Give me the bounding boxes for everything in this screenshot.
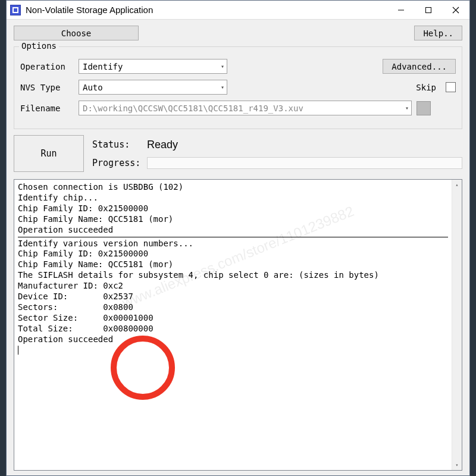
- run-button[interactable]: Run: [14, 135, 84, 172]
- window-title: Non-Volatile Storage Application: [26, 5, 387, 15]
- options-group: Options Operation Identify ▾ Advanced...…: [14, 46, 462, 129]
- help-button[interactable]: Help..: [414, 26, 462, 40]
- options-legend: Options: [19, 41, 59, 51]
- chevron-down-icon: ▾: [405, 105, 409, 111]
- nvstype-row: NVS Type Auto ▾ Skip: [20, 80, 456, 95]
- status-line: Status: Ready: [92, 139, 462, 151]
- scroll-track[interactable]: [452, 190, 462, 460]
- status-label: Status:: [92, 139, 140, 150]
- titlebar: Non-Volatile Storage Application: [7, 1, 469, 20]
- close-button[interactable]: [442, 1, 469, 19]
- progress-bar: [147, 157, 462, 169]
- svg-rect-1: [426, 7, 431, 12]
- nvstype-label: NVS Type: [20, 83, 74, 92]
- status-value: Ready: [147, 139, 178, 151]
- nvstype-combo[interactable]: Auto ▾: [79, 80, 227, 95]
- filename-row: Filename D:\working\QCCSW\QCC5181\QCC518…: [20, 101, 456, 115]
- chevron-down-icon: ▾: [221, 63, 224, 70]
- scroll-down-icon[interactable]: ▾: [452, 460, 462, 470]
- choose-button[interactable]: Choose: [14, 26, 139, 40]
- log-block-2: Identify various version numbers... Chip…: [18, 239, 379, 344]
- browse-button[interactable]: [416, 101, 431, 115]
- log-block-1: Chosen connection is USBDBG (102) Identi…: [18, 182, 183, 234]
- status-block: Status: Ready Progress:: [92, 135, 462, 172]
- minimize-button[interactable]: [387, 1, 415, 19]
- skip-checkbox[interactable]: [446, 82, 456, 92]
- log-panel: Chosen connection is USBDBG (102) Identi…: [14, 179, 462, 471]
- client-area: Choose Help.. Options Operation Identify…: [7, 20, 469, 475]
- app-window: Non-Volatile Storage Application Choose …: [6, 0, 470, 476]
- scroll-up-icon[interactable]: ▴: [452, 180, 462, 190]
- run-row: Run Status: Ready Progress:: [14, 135, 462, 172]
- top-button-row: Choose Help..: [14, 26, 462, 40]
- maximize-button[interactable]: [415, 1, 442, 19]
- text-cursor: [18, 346, 18, 355]
- minimize-icon: [397, 7, 405, 14]
- maximize-icon: [425, 7, 432, 14]
- log-text[interactable]: Chosen connection is USBDBG (102) Identi…: [14, 180, 452, 470]
- operation-label: Operation: [20, 62, 74, 71]
- window-controls: [387, 1, 469, 19]
- operation-value: Identify: [83, 62, 123, 71]
- chevron-down-icon: ▾: [221, 84, 224, 90]
- close-icon: [452, 7, 459, 14]
- nvstype-value: Auto: [83, 83, 103, 92]
- skip-label: Skip: [416, 83, 436, 92]
- filename-value: D:\working\QCCSW\QCC5181\QCC5181_r419_V3…: [83, 104, 303, 113]
- progress-line: Progress:: [92, 157, 462, 169]
- operation-combo[interactable]: Identify ▾: [79, 59, 227, 74]
- scrollbar[interactable]: ▴ ▾: [452, 180, 462, 470]
- advanced-button[interactable]: Advanced...: [383, 59, 456, 74]
- skip-group: Skip: [416, 82, 456, 92]
- filename-label: Filename: [20, 104, 74, 113]
- progress-label: Progress:: [92, 158, 140, 168]
- operation-row: Operation Identify ▾ Advanced...: [20, 59, 456, 74]
- log-divider: [18, 237, 448, 237]
- app-icon: [10, 5, 21, 15]
- filename-combo[interactable]: D:\working\QCCSW\QCC5181\QCC5181_r419_V3…: [79, 101, 412, 115]
